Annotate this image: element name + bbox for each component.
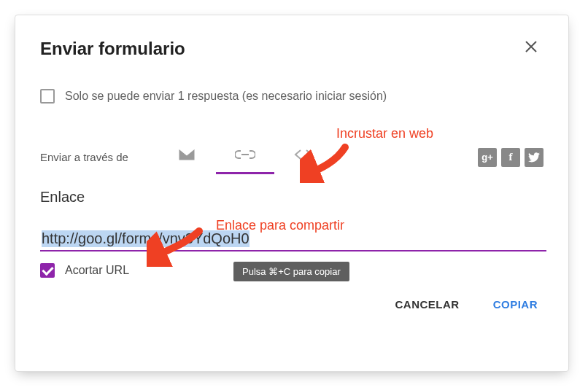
share-gplus-icon[interactable] <box>478 148 497 167</box>
one-response-checkbox[interactable] <box>40 89 55 104</box>
one-response-row: Solo se puede enviar 1 respuesta (es nec… <box>40 89 543 104</box>
share-facebook-icon[interactable] <box>501 148 520 167</box>
dialog-title: Enviar formulario <box>40 39 185 59</box>
share-twitter-icon[interactable] <box>525 148 543 167</box>
social-icons <box>478 148 543 167</box>
send-tab-email[interactable] <box>158 140 216 174</box>
send-via-label: Enviar a través de <box>40 151 128 163</box>
link-url-input[interactable] <box>40 227 546 251</box>
shorten-url-row: Acortar URL Pulsa ⌘+C para copiar <box>40 263 543 278</box>
link-section-label: Enlace <box>40 189 543 206</box>
shorten-url-checkbox[interactable] <box>40 263 55 278</box>
send-form-dialog: Enviar formulario Solo se puede enviar 1… <box>15 15 569 372</box>
header-row: Enviar formulario <box>40 37 543 60</box>
actions-row: CANCELAR COPIAR <box>40 294 543 315</box>
send-tab-link[interactable] <box>216 140 274 174</box>
cancel-button[interactable]: CANCELAR <box>389 294 465 315</box>
one-response-label: Solo se puede enviar 1 respuesta (es nec… <box>65 90 387 103</box>
copy-hint-tooltip: Pulsa ⌘+C para copiar <box>233 262 349 281</box>
send-tab-embed[interactable] <box>274 140 333 174</box>
close-icon[interactable] <box>519 37 543 60</box>
email-icon <box>178 148 196 164</box>
copy-button[interactable]: COPIAR <box>487 294 543 315</box>
link-section: Enlace Acortar URL Pulsa ⌘+C para copiar <box>40 189 543 278</box>
link-icon <box>235 149 255 163</box>
shorten-url-label: Acortar URL <box>65 264 129 277</box>
annotation-embed-label: Incrustar en web <box>336 126 433 141</box>
send-via-row: Enviar a través de <box>40 140 543 174</box>
embed-icon <box>293 149 314 163</box>
